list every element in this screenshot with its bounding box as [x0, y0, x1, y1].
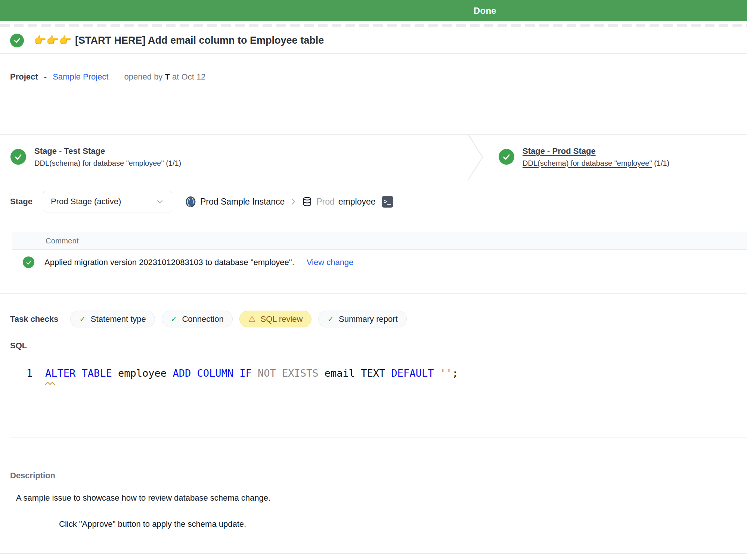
warning-triangle-icon: ⚠ [248, 314, 256, 324]
sql-token-space [252, 367, 258, 379]
stage-picker-row: Stage Prod Stage (active) Prod Sample In… [0, 191, 747, 212]
stage-prod-title-link[interactable]: Stage - Prod Stage [523, 146, 669, 156]
check-pill-statement-type[interactable]: ✓ Statement type [70, 311, 155, 327]
postgresql-icon [185, 196, 196, 208]
sql-section-label: SQL [0, 341, 747, 351]
check-success-icon: ✓ [327, 315, 334, 324]
opened-by-label: opened by [124, 72, 163, 81]
stage-select-dropdown[interactable]: Prod Stage (active) [43, 191, 172, 212]
issue-title-text: [START HERE] Add email column to Employe… [75, 35, 324, 46]
chevron-down-icon [155, 197, 164, 206]
comment-status-check-icon [23, 256, 34, 268]
sql-token-keyword: ADD COLUMN IF [173, 367, 251, 379]
description-label: Description [0, 471, 747, 480]
section-divider [0, 455, 747, 455]
sql-token-keyword: ALTER TABLE [45, 367, 112, 379]
check-pill-label: Statement type [91, 314, 146, 324]
project-label: Project [10, 72, 38, 81]
bottom-divider [0, 553, 747, 554]
check-pill-summary-report[interactable]: ✓ Summary report [318, 311, 406, 327]
sql-token-punctuation: ; [452, 367, 458, 379]
line-number: 1 [10, 367, 32, 379]
check-pill-sql-review[interactable]: ⚠ SQL review [239, 311, 312, 327]
pointing-finger-emoji: 👉👉👉 [34, 35, 71, 46]
comment-column-header: Comment [46, 237, 79, 245]
stage-test-task: DDL(schema) for database "employee" (1/1… [34, 159, 181, 168]
database-name[interactable]: employee [338, 197, 376, 207]
stage-picker-label: Stage [10, 197, 32, 206]
issue-meta: Project - Sample Project opened by T at … [0, 54, 747, 134]
opened-at: at Oct 12 [172, 72, 205, 81]
section-divider [0, 293, 747, 294]
sql-token-identifier: employee [112, 367, 173, 379]
database-icon [302, 196, 313, 208]
environment-label: Prod [316, 197, 335, 207]
sql-token-keyword-muted: NOT EXISTS [258, 367, 319, 379]
stage-prod-check-icon [499, 149, 514, 165]
task-checks-section: Task checks ✓ Statement type ✓ Connectio… [0, 311, 747, 327]
status-banner-label: Done [474, 6, 496, 16]
check-pill-label: Connection [182, 314, 223, 324]
issue-header: 👉👉👉[START HERE] Add email column to Empl… [0, 27, 747, 54]
status-banner: Done [0, 0, 747, 21]
check-success-icon: ✓ [171, 315, 177, 324]
stage-separator-chevron-icon [468, 135, 490, 180]
comment-text: Applied migration version 20231012083103… [44, 258, 294, 267]
description-line: Click "Approve" button to apply the sche… [0, 519, 747, 529]
issue-status-check-icon [10, 34, 24, 47]
check-pill-connection[interactable]: ✓ Connection [162, 311, 233, 327]
check-pill-label: Summary report [339, 314, 398, 324]
check-pill-label: SQL review [261, 314, 303, 324]
sql-warning-squiggle-icon [45, 382, 56, 385]
issue-creator: T [165, 72, 170, 81]
banner-dashed-strip [0, 24, 747, 27]
comment-table: Comment Applied migration version 202310… [12, 232, 747, 275]
database-breadcrumb: Prod Sample Instance Prod employee >_ [185, 196, 393, 208]
stage-test-title: Stage - Test Stage [34, 146, 181, 156]
check-success-icon: ✓ [79, 315, 86, 324]
sql-editor[interactable]: 1ALTER TABLE employee ADD COLUMN IF NOT … [10, 359, 747, 438]
sql-code-line[interactable]: 1ALTER TABLE employee ADD COLUMN IF NOT … [10, 367, 747, 379]
stage-select-value: Prod Stage (active) [51, 197, 121, 206]
stage-test-check-icon [10, 149, 26, 165]
project-dash: - [44, 72, 47, 81]
issue-title: 👉👉👉[START HERE] Add email column to Empl… [34, 34, 324, 46]
comment-table-header: Comment [12, 232, 747, 250]
breadcrumb-chevron-icon [288, 197, 298, 206]
task-check-pill-list: ✓ Statement type ✓ Connection ⚠ SQL revi… [70, 311, 406, 327]
description-line: A sample issue to showcase how to review… [0, 493, 747, 503]
view-change-link[interactable]: View change [307, 258, 354, 267]
comment-row: Applied migration version 20231012083103… [12, 250, 747, 275]
stage-pipeline: Stage - Test Stage DDL(schema) for datab… [0, 134, 747, 179]
stage-item-prod[interactable]: Stage - Prod Stage DDL(schema) for datab… [499, 135, 669, 179]
stage-prod-task[interactable]: DDL(schema) for database "employee" (1/1… [523, 159, 669, 168]
instance-name[interactable]: Prod Sample Instance [200, 197, 285, 207]
sql-token-identifier: email TEXT [319, 367, 391, 379]
stage-item-test: Stage - Test Stage DDL(schema) for datab… [10, 135, 181, 179]
project-link[interactable]: Sample Project [53, 72, 108, 81]
sql-token-string: '' [440, 367, 452, 379]
sql-token-keyword: DEFAULT [391, 367, 434, 379]
sql-token-space [434, 367, 440, 379]
open-sql-editor-terminal-icon[interactable]: >_ [382, 196, 393, 208]
task-checks-label: Task checks [10, 314, 58, 324]
